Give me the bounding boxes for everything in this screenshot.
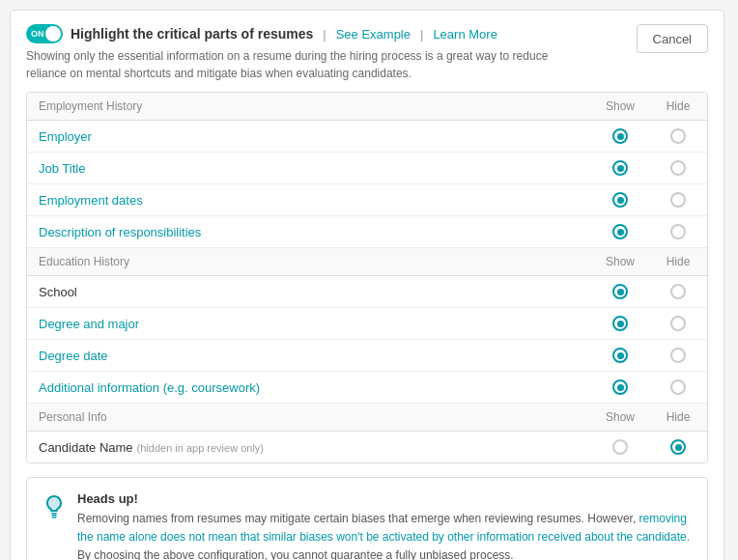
show-radio-education_history-0[interactable] [612,284,628,299]
hide-radio-education_history-2[interactable] [670,348,686,363]
hide-radio-col-employment_history-0 [661,128,695,144]
show-radio-col-employment_history-1 [603,160,638,176]
hide-col-label-personal_info: Hide [661,410,695,424]
see-example-link[interactable]: See Example [336,27,411,42]
hide-radio-education_history-0[interactable] [670,284,686,299]
separator-2: | [420,27,423,42]
hide-radio-employment_history-1[interactable] [670,160,686,176]
show-radio-col-education_history-0 [603,284,638,299]
radio-group-education_history-1 [603,316,695,331]
show-radio-col-employment_history-3 [603,224,638,239]
separator-1: | [323,27,326,42]
show-radio-col-employment_history-0 [603,128,638,144]
hide-radio-col-education_history-3 [661,379,695,395]
show-col-label-employment_history: Show [603,99,638,113]
show-radio-education_history-3[interactable] [612,379,628,395]
radio-group-education_history-0 [603,284,695,299]
cancel-button[interactable]: Cancel [637,24,708,53]
show-radio-col-education_history-2 [603,348,638,363]
section-header-personal_info: Personal Info Show Hide [27,404,707,432]
section-label-education_history: Education History [39,255,129,268]
hide-radio-employment_history-0[interactable] [670,128,686,144]
show-radio-employment_history-0[interactable] [612,128,628,144]
radio-group-employment_history-2 [603,192,695,208]
hide-radio-education_history-3[interactable] [670,379,686,395]
row-label-personal_info-0: Candidate Name(hidden in app review only… [39,440,264,455]
row-label-employment_history-1: Job Title [39,161,85,176]
row-sublabel: (hidden in app review only) [137,442,264,454]
table-row-education_history-2: Degree date [27,340,707,372]
hide-radio-col-education_history-2 [661,348,695,363]
toggle-on-label: ON [31,29,44,39]
row-label-education_history-0: School [39,285,77,299]
show-radio-education_history-2[interactable] [612,348,628,363]
hide-radio-col-personal_info-0 [661,439,695,455]
show-col-label-personal_info: Show [603,410,638,424]
hide-radio-col-employment_history-3 [661,224,695,239]
show-radio-col-education_history-1 [603,316,638,331]
radio-group-education_history-2 [603,348,695,363]
row-label-employment_history-3: Description of responsibilities [39,225,201,239]
title-line: ON Highlight the critical parts of resum… [26,24,637,43]
show-radio-col-employment_history-2 [603,192,638,208]
show-radio-education_history-1[interactable] [612,316,628,331]
table-row-employment_history-2: Employment dates [27,184,707,216]
section-label-personal_info: Personal Info [39,410,107,424]
info-text: Removing names from resumes may mitigate… [77,510,692,560]
hide-radio-employment_history-3[interactable] [670,224,686,239]
main-panel: ON Highlight the critical parts of resum… [10,10,724,560]
toggle-switch[interactable]: ON [26,24,63,43]
row-label-education_history-2: Degree date [39,349,108,363]
hide-radio-col-education_history-1 [661,316,695,331]
subtitle-text: Showing only the essential information o… [26,47,567,82]
toggle-knob [45,26,61,42]
header-left: ON Highlight the critical parts of resum… [26,24,637,82]
hide-col-label-employment_history: Hide [661,99,695,113]
table-row-education_history-0: School [27,276,707,308]
table-row-education_history-1: Degree and major [27,308,707,340]
hide-radio-employment_history-2[interactable] [670,192,686,208]
row-label-employment_history-0: Employer [39,129,92,144]
hide-radio-col-employment_history-2 [661,192,695,208]
radio-group-employment_history-0 [603,128,695,144]
show-radio-employment_history-3[interactable] [612,224,628,239]
radio-group-education_history-3 [603,379,695,395]
table-row-education_history-3: Additional information (e.g. coursework) [27,372,707,404]
info-text-normal: By choosing the above configuration, you… [77,548,514,560]
hide-radio-col-employment_history-1 [661,160,695,176]
section-header-education_history: Education History Show Hide [27,248,707,276]
info-text-normal: Removing names from resumes may mitigate… [77,512,639,525]
section-label-employment_history: Employment History [39,99,142,113]
show-radio-col-personal_info-0 [603,439,638,455]
radio-group-employment_history-3 [603,224,695,239]
table-row-personal_info-0: Candidate Name(hidden in app review only… [27,432,707,462]
page-title: Highlight the critical parts of resumes [71,26,313,42]
info-content: Heads up! Removing names from resumes ma… [77,491,692,560]
radio-group-personal_info-0 [603,439,695,455]
learn-more-link[interactable]: Learn More [433,27,497,42]
header-row: ON Highlight the critical parts of resum… [26,24,708,82]
settings-table: Employment History Show Hide Employer Jo… [26,92,708,463]
table-row-employment_history-1: Job Title [27,153,707,184]
show-radio-personal_info-0[interactable] [612,439,628,455]
radio-group-employment_history-1 [603,160,695,176]
table-row-employment_history-0: Employer [27,121,707,153]
hide-col-label-education_history: Hide [661,255,695,268]
hide-radio-personal_info-0[interactable] [670,439,686,455]
row-label-education_history-3: Additional information (e.g. coursework) [39,380,260,395]
show-radio-employment_history-2[interactable] [612,192,628,208]
section-cols-education_history: Show Hide [603,255,695,268]
show-radio-employment_history-1[interactable] [612,160,628,176]
lightbulb-icon [43,493,66,526]
table-row-employment_history-3: Description of responsibilities [27,216,707,248]
show-radio-col-education_history-3 [603,379,638,395]
section-header-employment_history: Employment History Show Hide [27,93,707,121]
hide-radio-col-education_history-0 [661,284,695,299]
svg-rect-1 [52,515,57,517]
section-cols-personal_info: Show Hide [603,410,695,424]
hide-radio-education_history-1[interactable] [670,316,686,331]
section-cols-employment_history: Show Hide [603,99,695,113]
row-label-education_history-1: Degree and major [39,317,139,331]
info-title: Heads up! [77,491,692,506]
svg-rect-0 [51,513,57,515]
